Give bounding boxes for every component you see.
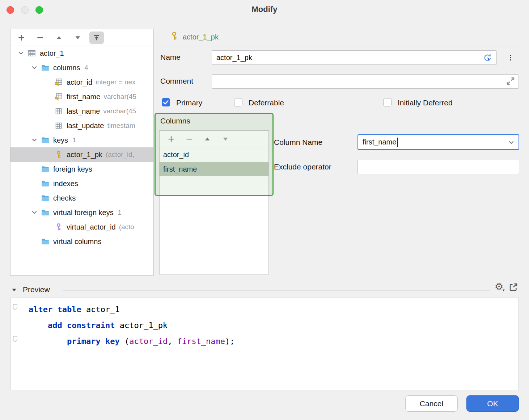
text-cursor [397, 138, 398, 147]
open-in-editor-icon[interactable] [509, 282, 518, 292]
chevron-down-icon[interactable] [31, 209, 41, 216]
arrow-up-icon [204, 135, 211, 143]
header-separator [160, 46, 519, 46]
tree-item-foreign-keys[interactable]: foreign keys [10, 162, 153, 176]
tree-item-label: checks [53, 194, 76, 202]
tree-item-label: actor_1 [40, 49, 64, 58]
deferrable-checkbox[interactable] [234, 98, 242, 106]
tree-item-detail: (acto [119, 223, 134, 231]
folder-icon [41, 209, 50, 217]
column-icon [55, 107, 63, 115]
column-name-label: Column Name [274, 138, 322, 147]
gear-dropdown-caret-icon: ▾ [503, 288, 505, 293]
chevron-down-icon[interactable] [31, 64, 41, 71]
columns-list-item-first_name[interactable]: first_name [160, 162, 268, 176]
preview-divider [63, 290, 490, 291]
folder-icon [41, 180, 50, 188]
tree-item-detail: varchar(45 [103, 107, 136, 115]
modify-dialog: { "window": { "title": "Modify", "traffi… [0, 0, 529, 420]
tree-item-label: columns [53, 64, 80, 72]
scroll-to-selection-icon [93, 34, 100, 41]
chevron-down-icon[interactable] [508, 139, 515, 146]
check-icon [162, 98, 170, 106]
more-options-button[interactable] [505, 51, 516, 64]
scroll-to-selection-button[interactable] [89, 32, 104, 44]
move-down-button[interactable] [71, 32, 85, 44]
tree-item-columns[interactable]: columns4 [10, 60, 153, 75]
initially-deferred-checkbox-label: Initially Deferred [398, 98, 453, 107]
deferrable-checkbox-label: Deferrable [249, 98, 284, 107]
tree-item-first_name[interactable]: first_namevarchar(45 [10, 89, 153, 104]
initially-deferred-checkbox[interactable] [383, 98, 392, 106]
tree-item-detail: timestam [107, 122, 135, 130]
sql-line: alter table actor_1 [29, 302, 235, 318]
tree-item-label: first_name [67, 93, 100, 101]
add-button[interactable] [14, 32, 29, 44]
tree-item-actor_id[interactable]: actor_idinteger = nex [10, 75, 153, 89]
column-name-combobox[interactable]: first_name [357, 134, 519, 150]
comment-label: Comment [160, 77, 193, 85]
remove-button[interactable] [33, 32, 47, 44]
tree-item-checks[interactable]: checks [10, 191, 153, 205]
chevron-down-icon[interactable] [18, 50, 28, 56]
folder-icon [41, 238, 50, 245]
tree-item-virtual_actor_id[interactable]: virtual_actor_id(acto [10, 220, 153, 234]
regenerate-name-icon[interactable] [483, 53, 492, 63]
folder-icon [41, 136, 50, 144]
fold-marker-icon[interactable] [12, 304, 18, 311]
tree-item-label: last_name [67, 107, 100, 116]
primary-checkbox[interactable] [162, 98, 170, 106]
tree-item-actor_1_pk[interactable]: actor_1_pk(actor_id, [10, 147, 153, 162]
arrow-down-icon [222, 135, 229, 143]
tree-item-indexes[interactable]: indexes [10, 176, 153, 191]
tree-item-detail: (actor_id, [106, 151, 134, 159]
plus-icon [168, 135, 175, 143]
tree-item-label: actor_1_pk [67, 151, 102, 159]
fold-marker-icon[interactable] [12, 336, 18, 343]
move-up-button[interactable] [52, 32, 66, 44]
columns-remove-button[interactable] [183, 133, 196, 145]
object-title: actor_1_pk [183, 33, 219, 41]
kebab-icon [507, 54, 514, 62]
tree-item-label: actor_id [67, 78, 92, 87]
chevron-down-icon[interactable] [31, 137, 41, 143]
ok-button[interactable]: OK [466, 395, 519, 412]
count-badge: 4 [84, 64, 88, 72]
name-label: Name [160, 53, 181, 62]
tree-item-label: indexes [53, 180, 78, 188]
tree-item-label: virtual foreign keys [53, 209, 114, 217]
tree-item-virtual-columns[interactable]: virtual columns [10, 234, 153, 249]
preview-label: Preview [23, 285, 50, 294]
primary-key-icon [170, 32, 179, 41]
columns-panel-title: Columns [160, 117, 190, 125]
columns-list-item-actor_id[interactable]: actor_id [160, 147, 268, 162]
folder-icon [41, 194, 50, 202]
tree-item-keys[interactable]: keys1 [10, 133, 153, 147]
minus-icon [186, 135, 193, 143]
tree-item-virtual-foreign-keys[interactable]: virtual foreign keys1 [10, 205, 153, 220]
primary-checkbox-label: Primary [176, 98, 202, 107]
comment-input[interactable] [212, 74, 519, 89]
name-input[interactable] [212, 50, 497, 65]
columns-add-button[interactable] [165, 133, 178, 145]
tree-item-actor_1[interactable]: actor_1 [10, 46, 153, 60]
columns-list-panel: actor_idfirst_name [159, 130, 269, 274]
columns-move-up-button[interactable] [201, 133, 214, 145]
cancel-button[interactable]: Cancel [405, 395, 458, 412]
columns-move-down-button[interactable] [219, 133, 232, 145]
columns-list-rows: actor_idfirst_name [160, 147, 268, 176]
expand-icon[interactable] [506, 76, 515, 86]
tree-item-last_update[interactable]: last_updatetimestam [10, 118, 153, 133]
tree-item-label: virtual_actor_id [67, 223, 116, 231]
count-badge: 1 [118, 209, 122, 217]
exclude-operator-input[interactable] [357, 160, 519, 174]
collapse-triangle-icon[interactable] [11, 287, 17, 293]
structure-tree-panel: actor_1columns4actor_idinteger = nexfirs… [10, 29, 154, 276]
column-name-value: first_name [363, 138, 396, 146]
tree-item-last_name[interactable]: last_namevarchar(45 [10, 104, 153, 118]
sql-code[interactable]: alter table actor_1 add constraint actor… [29, 302, 235, 349]
tree-item-detail: integer = nex [96, 78, 135, 86]
virtual-key-icon [55, 223, 63, 231]
tree-item-label: last_update [67, 122, 104, 130]
folder-icon [41, 165, 50, 173]
